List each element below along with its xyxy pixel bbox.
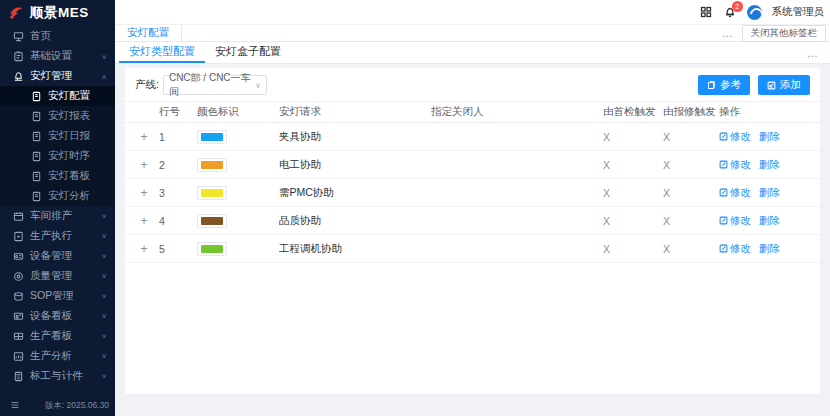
production-line-label: 产线: (135, 78, 159, 92)
edit-link[interactable]: 修改 (719, 242, 751, 256)
book-icon (12, 290, 24, 302)
table-row: + 2 电工协助 X X 修改 删除 (125, 151, 820, 179)
tab-andon-config[interactable]: 安灯配置 (115, 25, 182, 41)
production-line-select[interactable]: CNC部 / CNC一车间 ∨ (163, 75, 267, 95)
sidebar-item-andon-daily[interactable]: 安灯日报 (0, 126, 115, 146)
expand-row-icon[interactable]: + (129, 130, 159, 144)
notification-bell-icon[interactable]: 2 (723, 5, 737, 19)
andon-submenu: 安灯配置 安灯报表 安灯日报 (0, 86, 115, 206)
tab-more-icon[interactable]: … (714, 27, 742, 39)
chevron-down-icon: ∨ (101, 52, 107, 59)
sidebar-item-label: 生产执行 (30, 229, 95, 243)
version-label: 版本: 2025.06.30 (45, 400, 109, 412)
edit-link[interactable]: 修改 (719, 158, 751, 172)
col-andon-request: 安灯请求 (279, 105, 431, 119)
target-icon (12, 270, 24, 282)
sidebar-item-equipment-board[interactable]: 设备看板 ∨ (0, 306, 115, 326)
subtab-more-icon[interactable]: … (807, 42, 830, 63)
sidebar-item-andon-report[interactable]: 安灯报表 (0, 106, 115, 126)
sidebar-item-production-board[interactable]: 生产看板 ∨ (0, 326, 115, 346)
avatar[interactable] (747, 5, 762, 20)
sidebar-footer: 版本: 2025.06.30 (0, 398, 115, 416)
sidebar-item-andon-analysis[interactable]: 安灯分析 (0, 186, 115, 206)
sidebar-item-label: 安灯看板 (48, 169, 107, 183)
sidebar-item-workshop-scheduling[interactable]: 车间排产 ∨ (0, 206, 115, 226)
chevron-down-icon: ∨ (101, 372, 107, 379)
col-assigned-closer: 指定关闭人 (431, 105, 603, 119)
sidebar-item-label: 安灯日报 (48, 129, 107, 143)
row-no: 5 (159, 243, 197, 255)
file-icon (30, 90, 42, 102)
sidebar-item-production-execution[interactable]: 生产执行 ∨ (0, 226, 115, 246)
username-label[interactable]: 系统管理员 (772, 5, 825, 19)
sidebar: 顺景MES 首页 基础设置 ∨ 安灯管理 ∧ (0, 0, 115, 416)
chevron-down-icon: ∨ (101, 252, 107, 259)
andon-request-value: 夹具协助 (279, 130, 431, 144)
sidebar-item-label: 设备看板 (30, 309, 95, 323)
sidebar-item-piecework[interactable]: 标工与计件 ∨ (0, 366, 115, 386)
sidebar-item-label: 首页 (30, 29, 107, 43)
delete-link[interactable]: 删除 (759, 242, 780, 256)
row-no: 1 (159, 131, 197, 143)
subtab-andon-type-config[interactable]: 安灯类型配置 (119, 42, 205, 63)
expand-row-icon[interactable]: + (129, 242, 159, 256)
tabs-bar: 安灯配置 … 关闭其他标签栏 (115, 24, 830, 42)
close-other-tabs-button[interactable]: 关闭其他标签栏 (742, 25, 827, 42)
sidebar-item-label: 安灯分析 (48, 189, 107, 203)
collapse-sidebar-icon[interactable] (10, 400, 20, 412)
delete-link[interactable]: 删除 (759, 130, 780, 144)
delete-link[interactable]: 删除 (759, 158, 780, 172)
edit-link[interactable]: 修改 (719, 186, 751, 200)
sidebar-item-production-analysis[interactable]: 生产分析 ∨ (0, 346, 115, 366)
home-icon (12, 30, 24, 42)
add-button[interactable]: 添加 (758, 75, 810, 95)
brand-logo-icon (8, 5, 25, 22)
subtab-andon-box-config[interactable]: 安灯盒子配置 (205, 42, 291, 63)
sidebar-item-label: 生产分析 (30, 349, 95, 363)
andon-type-table: 行号 颜色标识 安灯请求 指定关闭人 由首检触发 由报修触发 操作 + 1 夹具… (125, 101, 820, 263)
sidebar-item-quality-management[interactable]: 质量管理 ∨ (0, 266, 115, 286)
sidebar-item-sop-management[interactable]: SOP管理 ∨ (0, 286, 115, 306)
first-check-trigger-value: X (603, 131, 663, 143)
dashboard-screen-icon (12, 310, 24, 322)
table-header-row: 行号 颜色标识 安灯请求 指定关闭人 由首检触发 由报修触发 操作 (125, 102, 820, 123)
sidebar-item-label: SOP管理 (30, 289, 95, 303)
production-line-value: CNC部 / CNC一车间 (169, 71, 255, 99)
sidebar-item-andon-board[interactable]: 安灯看板 (0, 166, 115, 186)
first-check-trigger-value: X (603, 215, 663, 227)
expand-row-icon[interactable]: + (129, 186, 159, 200)
expand-row-icon[interactable]: + (129, 214, 159, 228)
chevron-down-icon: ∨ (101, 232, 107, 239)
sidebar-item-andon-config[interactable]: 安灯配置 (0, 86, 115, 106)
table-row: + 5 工程调机协助 X X 修改 删除 (125, 235, 820, 263)
toolbar: 产线: CNC部 / CNC一车间 ∨ 参考 添加 (125, 68, 820, 101)
reference-button[interactable]: 参考 (698, 75, 750, 95)
edit-icon (719, 132, 728, 141)
apps-grid-icon[interactable] (699, 5, 713, 19)
delete-link[interactable]: 删除 (759, 214, 780, 228)
expand-row-icon[interactable]: + (129, 158, 159, 172)
andon-request-value: 需PMC协助 (279, 186, 431, 200)
edit-link[interactable]: 修改 (719, 130, 751, 144)
chevron-down-icon: ∨ (101, 312, 107, 319)
chevron-down-icon: ∨ (101, 292, 107, 299)
bar-chart-icon (12, 350, 24, 362)
andon-request-value: 工程调机协助 (279, 242, 431, 256)
edit-icon (719, 244, 728, 253)
edit-icon (719, 160, 728, 169)
brand-name: 顺景MES (30, 4, 89, 22)
sidebar-item-home[interactable]: 首页 (0, 26, 115, 46)
edit-link[interactable]: 修改 (719, 214, 751, 228)
topbar: 2 系统管理员 (115, 0, 830, 24)
reference-button-label: 参考 (720, 78, 741, 92)
notification-badge: 2 (732, 1, 743, 12)
row-no: 2 (159, 159, 197, 171)
file-icon (30, 190, 42, 202)
sidebar-item-andon-management[interactable]: 安灯管理 ∧ (0, 66, 115, 86)
color-swatch (197, 130, 227, 144)
sidebar-item-andon-timeline[interactable]: 安灯时序 (0, 146, 115, 166)
sidebar-item-basic-settings[interactable]: 基础设置 ∨ (0, 46, 115, 66)
repair-trigger-value: X (663, 159, 719, 171)
delete-link[interactable]: 删除 (759, 186, 780, 200)
sidebar-item-equipment-management[interactable]: 设备管理 ∨ (0, 246, 115, 266)
